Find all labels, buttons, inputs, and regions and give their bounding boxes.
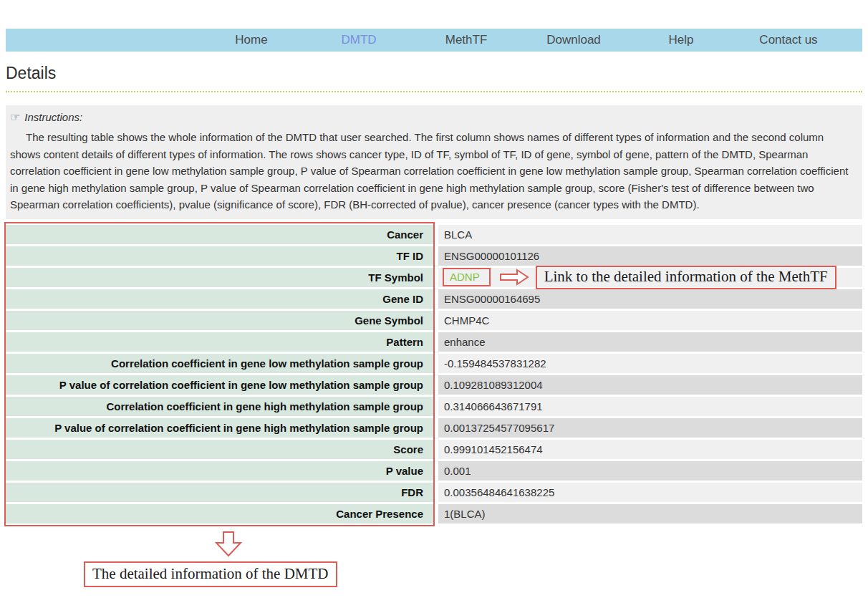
row-value: 0.00356484641638225 — [438, 483, 862, 502]
table-row: Correlation coefficient in gene high met… — [6, 397, 862, 416]
instructions-panel: ☞ Instructions: The resulting table show… — [6, 105, 862, 219]
row-label: Cancer Presence — [6, 504, 433, 523]
row-value: 0.001 — [438, 461, 862, 481]
tf-symbol-link[interactable]: ADNP — [450, 271, 480, 283]
table-row: P value0.001 — [6, 461, 862, 481]
row-label: Cancer — [6, 225, 433, 244]
table-row: CancerBLCA — [6, 225, 862, 244]
row-value: ENSG00000164695 — [438, 289, 862, 309]
instructions-text: The resulting table shows the whole info… — [10, 129, 855, 213]
table-row: Correlation coefficient in gene low meth… — [6, 354, 862, 373]
row-label: FDR — [6, 483, 433, 502]
row-value: enhance — [438, 332, 862, 352]
row-label: Pattern — [6, 332, 433, 352]
table-row: Gene IDENSG00000164695 — [6, 289, 862, 309]
nav-item-help[interactable]: Help — [627, 33, 735, 47]
row-label: Gene ID — [6, 289, 433, 309]
pointing-hand-icon: ☞ — [10, 110, 20, 124]
row-value: 0.314066643671791 — [438, 397, 862, 416]
table-row: Patternenhance — [6, 332, 862, 352]
row-label: Correlation coefficient in gene low meth… — [6, 354, 433, 373]
tf-symbol-annotation-box: ADNP — [443, 268, 491, 286]
row-label: P value of correlation coefficient in ge… — [6, 375, 433, 395]
top-navbar: HomeDMTDMethTFDownloadHelpContact us — [6, 29, 862, 52]
row-label: TF ID — [6, 246, 433, 266]
nav-item-dmtd[interactable]: DMTD — [305, 33, 413, 47]
row-label: P value of correlation coefficient in ge… — [6, 418, 433, 438]
row-label: Score — [6, 440, 433, 459]
table-row: Cancer Presence1(BLCA) — [6, 504, 862, 523]
instructions-title: Instructions: — [24, 111, 82, 123]
row-label: Correlation coefficient in gene high met… — [6, 397, 433, 416]
row-value: 0.999101452156474 — [438, 440, 862, 459]
row-label: TF Symbol — [6, 268, 433, 287]
row-label: P value — [6, 461, 433, 481]
row-value: ADNP Link to the detailed information of… — [438, 268, 862, 287]
nav-item-contact-us[interactable]: Contact us — [735, 33, 842, 47]
nav-item-methtf[interactable]: MethTF — [413, 33, 520, 47]
table-note: The detailed information of the DMTD — [84, 561, 337, 587]
nav-item-home[interactable]: Home — [198, 33, 305, 47]
row-value: CHMP4C — [438, 311, 862, 330]
row-value: 0.109281089312004 — [438, 375, 862, 395]
table-row: TF Symbol ADNP Link to the detailed info… — [6, 268, 862, 287]
dotted-divider — [6, 91, 862, 92]
row-value: BLCA — [438, 225, 862, 244]
table-row: P value of correlation coefficient in ge… — [6, 418, 862, 438]
table-row: FDR0.00356484641638225 — [6, 483, 862, 502]
row-value: 1(BLCA) — [438, 504, 862, 523]
details-table: CancerBLCATF IDENSG00000101126TF Symbol … — [6, 225, 862, 523]
tf-link-note: Link to the detailed information of the … — [536, 266, 836, 289]
nav-item-download[interactable]: Download — [520, 33, 627, 47]
page-title: Details — [6, 63, 868, 83]
row-label: Gene Symbol — [6, 311, 433, 330]
table-row: Gene SymbolCHMP4C — [6, 311, 862, 330]
right-arrow-icon — [499, 269, 529, 286]
table-row: TF IDENSG00000101126 — [6, 246, 862, 266]
table-row: P value of correlation coefficient in ge… — [6, 375, 862, 395]
row-value: 0.00137254577095617 — [438, 418, 862, 438]
row-value: -0.159484537831282 — [438, 354, 862, 373]
table-row: Score0.999101452156474 — [6, 440, 862, 459]
row-value: ENSG00000101126 — [438, 246, 862, 266]
table-annotation: The detailed information of the DMTD — [6, 526, 868, 612]
down-arrow-icon — [215, 531, 242, 558]
instructions-header: ☞ Instructions: — [10, 109, 855, 125]
